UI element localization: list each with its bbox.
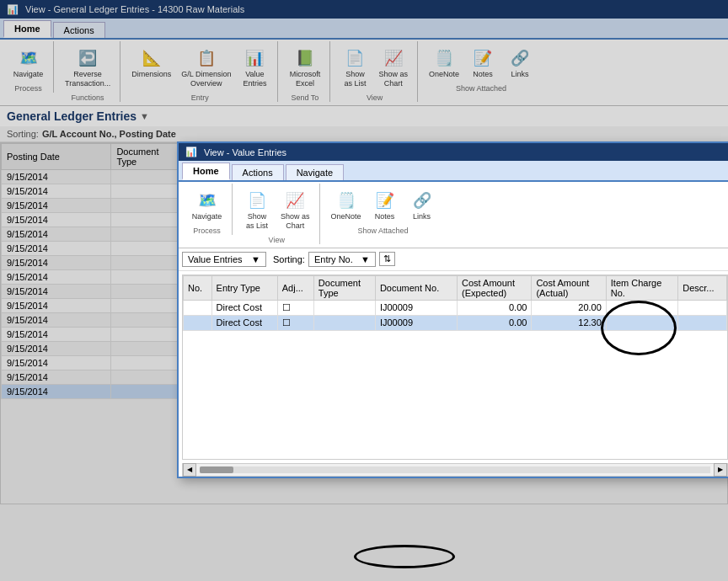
modal-navigate-icon: 🗺️ — [195, 189, 219, 212]
modal-table-container: No. Entry Type Adj... DocumentType Docum… — [182, 275, 728, 460]
modal-ribbon-group-attached: 🗒️ OneNote 📝 Notes 🔗 Links Show Attached — [322, 184, 445, 235]
modal-ribbon-group-view: 📄 Showas List 📈 Show asChart View — [234, 184, 320, 244]
scrollbar-thumb[interactable] — [200, 466, 233, 473]
modal-tab-home[interactable]: Home — [182, 163, 230, 180]
scroll-right-button[interactable]: ▶ — [714, 463, 727, 477]
modal-navigate-label: Navigate — [192, 212, 222, 221]
modal-show-as-chart-icon: 📈 — [283, 189, 307, 212]
modal-col-doc-no[interactable]: Document No. — [375, 275, 457, 300]
modal-onenote-label: OneNote — [331, 212, 361, 221]
modal-ribbon-view-label: View — [269, 236, 285, 244]
modal-ribbon-process-label: Process — [193, 227, 221, 235]
modal-col-adj[interactable]: Adj... — [277, 275, 313, 300]
modal-notes-label: Notes — [375, 212, 395, 221]
modal-sorting-label: Sorting: — [273, 254, 305, 264]
modal-title-text: View - Value Entries — [204, 147, 286, 157]
modal-title-bar: 📊 View - Value Entries — [179, 143, 728, 161]
modal-tab-actions[interactable]: Actions — [232, 164, 284, 180]
modal-show-as-chart-label: Show asChart — [281, 212, 310, 231]
modal-tab-navigate[interactable]: Navigate — [286, 164, 344, 180]
modal-col-no[interactable]: No. — [184, 275, 212, 300]
modal-sort-asc-button[interactable]: ⇅ — [379, 252, 395, 266]
modal-ribbon: 🗺️ Navigate Process 📄 Showas List 📈 Show… — [179, 182, 728, 248]
modal-col-entry-type[interactable]: Entry Type — [211, 275, 277, 300]
modal-dropdown[interactable]: Value Entries ▼ — [182, 252, 266, 267]
modal-navigate-button[interactable]: 🗺️ Navigate — [188, 185, 227, 225]
modal-dropdown-label: Value Entries — [188, 254, 243, 264]
modal-notes-button[interactable]: 📝 Notes — [367, 185, 403, 225]
modal-col-cost-actual[interactable]: Cost Amount(Actual) — [532, 275, 606, 300]
modal-show-as-list-label: Showas List — [246, 212, 268, 231]
modal-show-as-chart-button[interactable]: 📈 Show asChart — [276, 185, 314, 234]
modal-show-as-list-icon: 📄 — [245, 189, 269, 212]
modal-ribbon-group-process: 🗺️ Navigate Process — [182, 184, 233, 235]
modal-links-icon: 🔗 — [410, 189, 434, 212]
modal-table-row[interactable]: Direct Cost ☐ IJ00009 0.00 20.00 — [184, 300, 727, 315]
modal-dropdown-arrow: ▼ — [251, 254, 260, 264]
modal-sorting-dropdown[interactable]: Entry No. ▼ — [308, 252, 376, 267]
modal-col-cost-expected[interactable]: Cost Amount(Expected) — [458, 275, 532, 300]
scroll-left-button[interactable]: ◀ — [183, 463, 196, 477]
modal-scrollbar[interactable]: ◀ ▶ — [182, 463, 728, 477]
modal-links-button[interactable]: 🔗 Links — [404, 185, 440, 225]
modal-onenote-icon: 🗒️ — [335, 189, 358, 212]
modal-ribbon-attached-label: Show Attached — [358, 227, 409, 235]
modal-tab-bar: Home Actions Navigate — [179, 161, 728, 182]
modal-window: 📊 View - Value Entries Home Actions Navi… — [177, 141, 728, 478]
modal-onenote-button[interactable]: 🗒️ OneNote — [327, 185, 366, 225]
modal-table-row-highlighted[interactable]: Direct Cost ☐ IJ00009 0.00 12.30 — [184, 315, 727, 330]
modal-col-item-charge[interactable]: Item ChargeNo. — [606, 275, 677, 300]
modal-toolbar: Value Entries ▼ Sorting: Entry No. ▼ ⇅ — [179, 248, 728, 271]
modal-links-label: Links — [413, 212, 431, 221]
modal-notes-icon: 📝 — [373, 189, 397, 212]
modal-show-as-list-button[interactable]: 📄 Showas List — [239, 185, 275, 234]
modal-sorting-value: Entry No. — [314, 254, 353, 264]
modal-col-doc-type[interactable]: DocumentType — [313, 275, 375, 300]
scrollbar-track[interactable] — [200, 466, 710, 473]
modal-overlay: 📊 View - Value Entries Home Actions Navi… — [0, 0, 728, 504]
modal-col-desc[interactable]: Descr... — [678, 275, 727, 300]
modal-sorting: Sorting: Entry No. ▼ ⇅ — [273, 252, 395, 267]
modal-table: No. Entry Type Adj... DocumentType Docum… — [183, 275, 727, 331]
modal-title-icon: 📊 — [185, 147, 197, 157]
